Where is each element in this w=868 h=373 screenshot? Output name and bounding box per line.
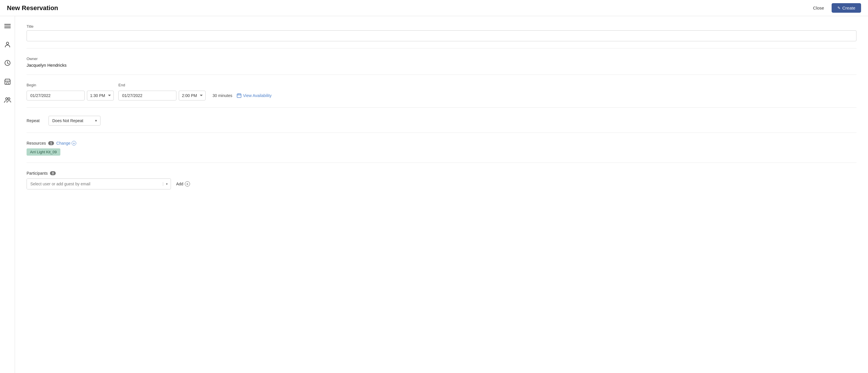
svg-rect-0 (4, 24, 11, 25)
begin-date-input[interactable] (27, 91, 85, 100)
repeat-row: Repeat Does Not Repeat ▼ (27, 116, 857, 126)
calendar-icon (237, 93, 241, 98)
title-label: Title (27, 24, 857, 29)
group-icon[interactable] (2, 95, 13, 105)
begin-group: Begin 1:30 PM (27, 83, 114, 100)
owner-section: Owner Jacquelyn Hendricks (27, 57, 857, 75)
add-button[interactable]: Add + (174, 180, 192, 188)
begin-inputs: 1:30 PM (27, 91, 114, 100)
participants-input[interactable] (27, 179, 163, 189)
header-actions: Close ✎ Create (809, 3, 861, 13)
end-inputs: 2:00 PM (118, 91, 206, 100)
participants-badge: 0 (50, 171, 56, 175)
svg-rect-9 (237, 94, 241, 98)
resources-header: Resources 1 Change + (27, 141, 857, 146)
svg-point-8 (8, 98, 10, 100)
store-icon[interactable] (2, 76, 13, 87)
chevron-down-icon[interactable]: ▾ (163, 182, 170, 186)
page-title: New Reservation (7, 4, 58, 12)
repeat-select-wrapper: Does Not Repeat ▼ (49, 116, 100, 126)
view-availability-link[interactable]: View Availability (237, 93, 272, 98)
create-icon: ✎ (837, 6, 841, 10)
change-label: Change (56, 141, 70, 146)
resources-label: Resources (27, 141, 46, 146)
content: Title Owner Jacquelyn Hendricks Begin 1:… (15, 16, 868, 373)
datetime-row: Begin 1:30 PM End 2:00 PM (27, 83, 857, 100)
owner-value: Jacquelyn Hendricks (27, 63, 857, 67)
end-label: End (118, 83, 206, 87)
participants-input-row: ▾ Add + (27, 179, 857, 189)
begin-time-select[interactable]: 1:30 PM (87, 91, 114, 100)
change-link[interactable]: Change + (56, 141, 76, 146)
person-icon[interactable] (2, 39, 13, 50)
title-section: Title (27, 24, 857, 49)
participants-label: Participants (27, 171, 48, 176)
repeat-select[interactable]: Does Not Repeat (49, 116, 100, 126)
duration-text: 30 minutes (213, 93, 232, 98)
end-time-select[interactable]: 2:00 PM (179, 91, 206, 100)
header: New Reservation Close ✎ Create (0, 0, 868, 16)
end-group: End 2:00 PM (118, 83, 206, 100)
participants-select-wrapper[interactable]: ▾ (27, 179, 171, 189)
svg-point-7 (5, 98, 7, 100)
owner-label: Owner (27, 57, 857, 61)
resources-badge: 1 (48, 141, 54, 145)
plus-circle-icon: + (185, 181, 190, 187)
view-availability-label: View Availability (243, 93, 272, 98)
clock-icon[interactable] (2, 58, 13, 68)
participants-header: Participants 0 (27, 171, 857, 176)
svg-rect-1 (4, 26, 11, 27)
sidebar (0, 16, 15, 373)
add-label: Add (176, 182, 183, 186)
svg-rect-6 (7, 82, 8, 84)
participants-section: Participants 0 ▾ Add + (27, 171, 857, 196)
repeat-section: Repeat Does Not Repeat ▼ (27, 116, 857, 133)
resources-section: Resources 1 Change + Arri Light Kit_09 (27, 141, 857, 163)
create-button[interactable]: ✎ Create (832, 3, 861, 13)
close-button[interactable]: Close (809, 4, 828, 12)
main-layout: Title Owner Jacquelyn Hendricks Begin 1:… (0, 16, 868, 373)
end-date-input[interactable] (118, 91, 177, 100)
svg-rect-5 (5, 81, 10, 84)
title-input[interactable] (27, 30, 857, 41)
begin-label: Begin (27, 83, 114, 87)
datetime-section: Begin 1:30 PM End 2:00 PM (27, 83, 857, 108)
svg-point-3 (6, 42, 9, 44)
create-label: Create (842, 5, 855, 10)
svg-rect-2 (4, 27, 11, 28)
resource-tag: Arri Light Kit_09 (27, 148, 60, 156)
plus-circle-icon: + (72, 141, 76, 146)
menu-icon[interactable] (2, 21, 13, 31)
repeat-label: Repeat (27, 118, 44, 123)
